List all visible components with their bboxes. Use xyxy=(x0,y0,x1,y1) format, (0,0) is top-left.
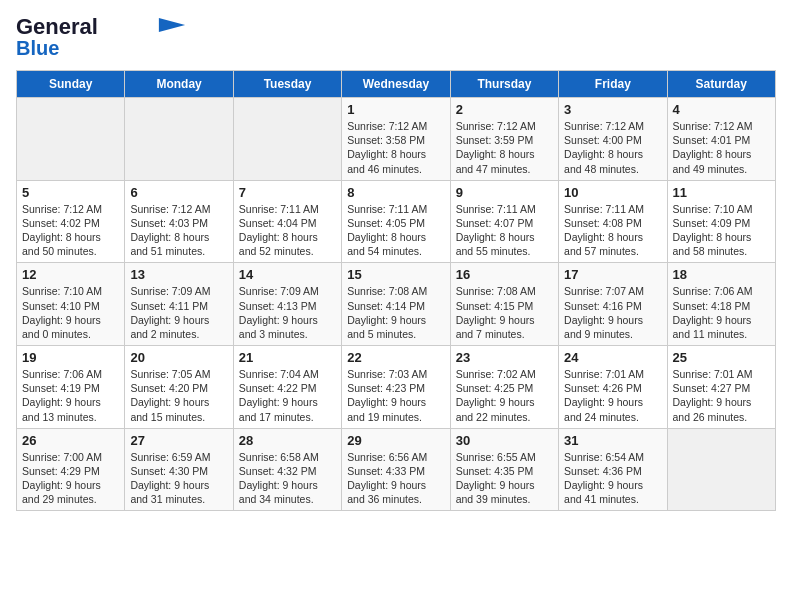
day-number: 4 xyxy=(673,102,770,117)
calendar-cell: 6Sunrise: 7:12 AM Sunset: 4:03 PM Daylig… xyxy=(125,180,233,263)
week-row-2: 5Sunrise: 7:12 AM Sunset: 4:02 PM Daylig… xyxy=(17,180,776,263)
calendar-cell xyxy=(233,98,341,181)
day-number: 18 xyxy=(673,267,770,282)
day-info: Sunrise: 7:07 AM Sunset: 4:16 PM Dayligh… xyxy=(564,284,661,341)
calendar-cell: 29Sunrise: 6:56 AM Sunset: 4:33 PM Dayli… xyxy=(342,428,450,511)
calendar-cell: 9Sunrise: 7:11 AM Sunset: 4:07 PM Daylig… xyxy=(450,180,558,263)
day-info: Sunrise: 7:03 AM Sunset: 4:23 PM Dayligh… xyxy=(347,367,444,424)
day-info: Sunrise: 7:11 AM Sunset: 4:04 PM Dayligh… xyxy=(239,202,336,259)
day-number: 19 xyxy=(22,350,119,365)
calendar-cell: 31Sunrise: 6:54 AM Sunset: 4:36 PM Dayli… xyxy=(559,428,667,511)
day-number: 1 xyxy=(347,102,444,117)
calendar-cell: 19Sunrise: 7:06 AM Sunset: 4:19 PM Dayli… xyxy=(17,346,125,429)
day-number: 5 xyxy=(22,185,119,200)
page-header: General Blue xyxy=(16,16,776,58)
logo: General Blue xyxy=(16,16,186,58)
dow-tuesday: Tuesday xyxy=(233,71,341,98)
calendar-cell: 7Sunrise: 7:11 AM Sunset: 4:04 PM Daylig… xyxy=(233,180,341,263)
logo-text: General xyxy=(16,16,98,38)
day-number: 6 xyxy=(130,185,227,200)
calendar-cell: 14Sunrise: 7:09 AM Sunset: 4:13 PM Dayli… xyxy=(233,263,341,346)
week-row-3: 12Sunrise: 7:10 AM Sunset: 4:10 PM Dayli… xyxy=(17,263,776,346)
day-info: Sunrise: 6:59 AM Sunset: 4:30 PM Dayligh… xyxy=(130,450,227,507)
day-info: Sunrise: 7:09 AM Sunset: 4:13 PM Dayligh… xyxy=(239,284,336,341)
calendar-cell: 5Sunrise: 7:12 AM Sunset: 4:02 PM Daylig… xyxy=(17,180,125,263)
day-number: 29 xyxy=(347,433,444,448)
day-info: Sunrise: 7:12 AM Sunset: 4:00 PM Dayligh… xyxy=(564,119,661,176)
calendar-cell: 2Sunrise: 7:12 AM Sunset: 3:59 PM Daylig… xyxy=(450,98,558,181)
day-info: Sunrise: 7:11 AM Sunset: 4:05 PM Dayligh… xyxy=(347,202,444,259)
day-info: Sunrise: 7:11 AM Sunset: 4:08 PM Dayligh… xyxy=(564,202,661,259)
day-number: 16 xyxy=(456,267,553,282)
day-number: 17 xyxy=(564,267,661,282)
day-info: Sunrise: 7:11 AM Sunset: 4:07 PM Dayligh… xyxy=(456,202,553,259)
calendar-cell: 22Sunrise: 7:03 AM Sunset: 4:23 PM Dayli… xyxy=(342,346,450,429)
day-info: Sunrise: 6:54 AM Sunset: 4:36 PM Dayligh… xyxy=(564,450,661,507)
day-number: 15 xyxy=(347,267,444,282)
days-of-week-row: SundayMondayTuesdayWednesdayThursdayFrid… xyxy=(17,71,776,98)
calendar-body: 1Sunrise: 7:12 AM Sunset: 3:58 PM Daylig… xyxy=(17,98,776,511)
calendar-cell: 10Sunrise: 7:11 AM Sunset: 4:08 PM Dayli… xyxy=(559,180,667,263)
svg-marker-0 xyxy=(159,18,185,32)
day-number: 13 xyxy=(130,267,227,282)
day-info: Sunrise: 7:12 AM Sunset: 4:01 PM Dayligh… xyxy=(673,119,770,176)
day-number: 25 xyxy=(673,350,770,365)
day-number: 8 xyxy=(347,185,444,200)
day-number: 27 xyxy=(130,433,227,448)
calendar-cell: 27Sunrise: 6:59 AM Sunset: 4:30 PM Dayli… xyxy=(125,428,233,511)
day-info: Sunrise: 7:09 AM Sunset: 4:11 PM Dayligh… xyxy=(130,284,227,341)
day-number: 9 xyxy=(456,185,553,200)
week-row-4: 19Sunrise: 7:06 AM Sunset: 4:19 PM Dayli… xyxy=(17,346,776,429)
day-info: Sunrise: 7:12 AM Sunset: 4:03 PM Dayligh… xyxy=(130,202,227,259)
calendar-cell: 11Sunrise: 7:10 AM Sunset: 4:09 PM Dayli… xyxy=(667,180,775,263)
day-info: Sunrise: 7:10 AM Sunset: 4:09 PM Dayligh… xyxy=(673,202,770,259)
calendar-cell: 3Sunrise: 7:12 AM Sunset: 4:00 PM Daylig… xyxy=(559,98,667,181)
logo-icon xyxy=(158,18,186,32)
calendar-cell: 1Sunrise: 7:12 AM Sunset: 3:58 PM Daylig… xyxy=(342,98,450,181)
calendar-cell: 8Sunrise: 7:11 AM Sunset: 4:05 PM Daylig… xyxy=(342,180,450,263)
day-number: 14 xyxy=(239,267,336,282)
calendar-cell: 13Sunrise: 7:09 AM Sunset: 4:11 PM Dayli… xyxy=(125,263,233,346)
calendar-cell: 23Sunrise: 7:02 AM Sunset: 4:25 PM Dayli… xyxy=(450,346,558,429)
day-number: 20 xyxy=(130,350,227,365)
calendar-cell xyxy=(125,98,233,181)
calendar-cell xyxy=(17,98,125,181)
calendar-cell: 16Sunrise: 7:08 AM Sunset: 4:15 PM Dayli… xyxy=(450,263,558,346)
day-info: Sunrise: 7:12 AM Sunset: 3:58 PM Dayligh… xyxy=(347,119,444,176)
calendar-cell: 30Sunrise: 6:55 AM Sunset: 4:35 PM Dayli… xyxy=(450,428,558,511)
day-info: Sunrise: 7:01 AM Sunset: 4:27 PM Dayligh… xyxy=(673,367,770,424)
day-info: Sunrise: 7:00 AM Sunset: 4:29 PM Dayligh… xyxy=(22,450,119,507)
calendar-cell: 25Sunrise: 7:01 AM Sunset: 4:27 PM Dayli… xyxy=(667,346,775,429)
day-info: Sunrise: 7:04 AM Sunset: 4:22 PM Dayligh… xyxy=(239,367,336,424)
calendar-cell: 4Sunrise: 7:12 AM Sunset: 4:01 PM Daylig… xyxy=(667,98,775,181)
calendar-cell: 28Sunrise: 6:58 AM Sunset: 4:32 PM Dayli… xyxy=(233,428,341,511)
calendar-cell: 12Sunrise: 7:10 AM Sunset: 4:10 PM Dayli… xyxy=(17,263,125,346)
day-info: Sunrise: 7:02 AM Sunset: 4:25 PM Dayligh… xyxy=(456,367,553,424)
day-info: Sunrise: 7:12 AM Sunset: 4:02 PM Dayligh… xyxy=(22,202,119,259)
calendar-cell: 24Sunrise: 7:01 AM Sunset: 4:26 PM Dayli… xyxy=(559,346,667,429)
day-info: Sunrise: 7:06 AM Sunset: 4:18 PM Dayligh… xyxy=(673,284,770,341)
day-info: Sunrise: 7:08 AM Sunset: 4:15 PM Dayligh… xyxy=(456,284,553,341)
logo-blue: Blue xyxy=(16,38,59,58)
day-info: Sunrise: 6:58 AM Sunset: 4:32 PM Dayligh… xyxy=(239,450,336,507)
day-info: Sunrise: 6:56 AM Sunset: 4:33 PM Dayligh… xyxy=(347,450,444,507)
dow-monday: Monday xyxy=(125,71,233,98)
day-number: 12 xyxy=(22,267,119,282)
calendar-cell: 20Sunrise: 7:05 AM Sunset: 4:20 PM Dayli… xyxy=(125,346,233,429)
day-number: 21 xyxy=(239,350,336,365)
day-number: 2 xyxy=(456,102,553,117)
day-info: Sunrise: 7:10 AM Sunset: 4:10 PM Dayligh… xyxy=(22,284,119,341)
dow-thursday: Thursday xyxy=(450,71,558,98)
day-number: 31 xyxy=(564,433,661,448)
dow-saturday: Saturday xyxy=(667,71,775,98)
day-number: 30 xyxy=(456,433,553,448)
day-number: 24 xyxy=(564,350,661,365)
calendar-cell: 15Sunrise: 7:08 AM Sunset: 4:14 PM Dayli… xyxy=(342,263,450,346)
day-number: 10 xyxy=(564,185,661,200)
week-row-1: 1Sunrise: 7:12 AM Sunset: 3:58 PM Daylig… xyxy=(17,98,776,181)
calendar-cell xyxy=(667,428,775,511)
day-info: Sunrise: 7:05 AM Sunset: 4:20 PM Dayligh… xyxy=(130,367,227,424)
day-number: 3 xyxy=(564,102,661,117)
calendar-cell: 21Sunrise: 7:04 AM Sunset: 4:22 PM Dayli… xyxy=(233,346,341,429)
calendar-cell: 26Sunrise: 7:00 AM Sunset: 4:29 PM Dayli… xyxy=(17,428,125,511)
